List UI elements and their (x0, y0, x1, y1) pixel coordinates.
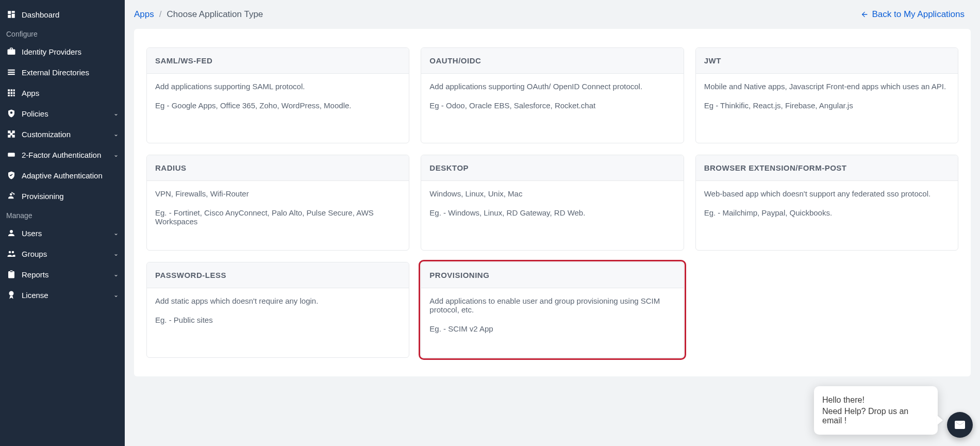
card-jwt[interactable]: JWT Mobile and Native apps, Javascript F… (695, 47, 958, 143)
briefcase-icon (6, 46, 16, 57)
page-header: Apps / Choose Application Type Back to M… (125, 0, 980, 29)
sidebar-item-provisioning[interactable]: Provisioning (0, 186, 125, 206)
card-title: DESKTOP (421, 155, 683, 181)
sidebar-item-dashboard[interactable]: Dashboard (0, 4, 125, 25)
sidebar-item-label: Customization (22, 130, 71, 139)
svg-rect-0 (8, 153, 15, 157)
card-desc: Add static apps which doesn't require an… (155, 296, 401, 305)
dashboard-icon (6, 9, 16, 20)
chat-fab[interactable] (947, 412, 973, 438)
sync-users-icon (6, 191, 16, 201)
chevron-down-icon: ⌄ (113, 130, 119, 138)
sidebar-item-label: External Directories (22, 68, 89, 77)
back-link[interactable]: Back to My Applications (860, 9, 965, 20)
app-type-grid: SAML/WS-FED Add applications supporting … (146, 47, 958, 358)
card-provisioning[interactable]: PROVISIONING Add applications to enable … (421, 262, 684, 358)
sidebar-item-label: Apps (22, 89, 39, 97)
group-icon (6, 249, 16, 259)
sidebar-item-label: License (22, 291, 48, 300)
card-radius[interactable]: RADIUS VPN, Firewalls, Wifi-Router Eg. -… (146, 155, 409, 251)
card-example: Eg. - Fortinet, Cisco AnyConnect, Palo A… (155, 208, 401, 226)
sidebar-item-label: Identity Providers (22, 47, 81, 56)
card-example: Eg - Odoo, Oracle EBS, Salesforce, Rocke… (429, 101, 675, 110)
sidebar-item-license[interactable]: License ⌄ (0, 285, 125, 305)
card-desc: Add applications supporting SAML protoco… (155, 82, 401, 91)
card-title: RADIUS (147, 155, 409, 181)
back-label: Back to My Applications (872, 9, 965, 20)
card-example: Eg - Thinkific, React.js, Firebase, Angu… (704, 101, 950, 110)
sidebar-item-policies[interactable]: Policies ⌄ (0, 103, 125, 124)
sidebar-item-label: Dashboard (22, 10, 59, 19)
puzzle-icon (6, 129, 16, 139)
chevron-down-icon: ⌄ (113, 291, 119, 299)
list-icon (6, 67, 16, 77)
card-title: SAML/WS-FED (147, 48, 409, 74)
card-desc: Add applications to enable user and grou… (429, 296, 675, 314)
card-oauth[interactable]: OAUTH/OIDC Add applications supporting O… (421, 47, 684, 143)
card-desc: Windows, Linux, Unix, Mac (429, 189, 675, 198)
sidebar-item-adaptive-auth[interactable]: Adaptive Authentication (0, 165, 125, 186)
sidebar-item-apps[interactable]: Apps (0, 82, 125, 103)
sidebar-item-label: Policies (22, 109, 48, 118)
card-example: Eg - Google Apps, Office 365, Zoho, Word… (155, 101, 401, 110)
award-icon (6, 290, 16, 300)
chat-tooltip: Hello there! Need Help? Drop us an email… (814, 386, 938, 435)
sidebar-item-label: 2-Factor Authentication (22, 151, 101, 159)
card-desktop[interactable]: DESKTOP Windows, Linux, Unix, Mac Eg. - … (421, 155, 684, 251)
sidebar-item-label: Adaptive Authentication (22, 171, 103, 180)
sidebar-item-groups[interactable]: Groups ⌄ (0, 243, 125, 264)
sidebar-item-users[interactable]: Users ⌄ (0, 223, 125, 243)
card-title: JWT (696, 48, 958, 74)
page-canvas: SAML/WS-FED Add applications supporting … (134, 29, 971, 376)
card-example: Eg. - Windows, Linux, RD Gateway, RD Web… (429, 208, 675, 217)
sidebar-item-label: Provisioning (22, 192, 64, 201)
grid-icon (6, 88, 16, 98)
card-title: PROVISIONING (421, 262, 683, 288)
sidebar: Dashboard Configure Identity Providers E… (0, 0, 125, 446)
card-desc: Mobile and Native apps, Javascript Front… (704, 82, 950, 91)
card-saml[interactable]: SAML/WS-FED Add applications supporting … (146, 47, 409, 143)
chevron-down-icon: ⌄ (113, 110, 119, 117)
user-icon (6, 228, 16, 238)
section-configure-label: Configure (0, 25, 125, 41)
card-title: PASSWORD-LESS (147, 262, 409, 288)
card-passwordless[interactable]: PASSWORD-LESS Add static apps which does… (146, 262, 409, 358)
arrow-left-icon (860, 10, 869, 19)
chevron-down-icon: ⌄ (113, 250, 119, 257)
card-title: OAUTH/OIDC (421, 48, 683, 74)
sidebar-item-2fa[interactable]: 2-Factor Authentication ⌄ (0, 144, 125, 165)
chat-tail (937, 415, 943, 425)
chevron-down-icon: ⌄ (113, 271, 119, 278)
chevron-down-icon: ⌄ (113, 229, 119, 237)
sidebar-item-identity-providers[interactable]: Identity Providers (0, 41, 125, 62)
chevron-down-icon: ⌄ (113, 151, 119, 158)
card-desc: Web-based app which doesn't support any … (704, 189, 950, 198)
shield-check-icon (6, 170, 16, 180)
chat-line2: Need Help? Drop us an email ! (822, 407, 929, 425)
breadcrumb-separator: / (159, 9, 162, 20)
sidebar-item-customization[interactable]: Customization ⌄ (0, 124, 125, 144)
sidebar-item-label: Groups (22, 250, 47, 258)
sidebar-item-label: Users (22, 229, 42, 238)
mail-icon (954, 419, 966, 431)
card-example: Eg. - Mailchimp, Paypal, Quickbooks. (704, 208, 950, 217)
section-manage-label: Manage (0, 206, 125, 223)
breadcrumb-current: Choose Application Type (167, 9, 263, 20)
breadcrumb: Apps / Choose Application Type (134, 9, 263, 20)
otp-icon (6, 150, 16, 160)
breadcrumb-root-link[interactable]: Apps (134, 9, 154, 20)
sidebar-item-reports[interactable]: Reports ⌄ (0, 264, 125, 285)
card-title: BROWSER EXTENSION/FORM-POST (696, 155, 958, 181)
card-desc: VPN, Firewalls, Wifi-Router (155, 189, 401, 198)
card-browser-ext[interactable]: BROWSER EXTENSION/FORM-POST Web-based ap… (695, 155, 958, 251)
shield-icon (6, 108, 16, 119)
sidebar-item-external-directories[interactable]: External Directories (0, 62, 125, 82)
card-example: Eg. - Public sites (155, 316, 401, 324)
card-desc: Add applications supporting OAuth/ OpenI… (429, 82, 675, 91)
clipboard-icon (6, 269, 16, 279)
card-example: Eg. - SCIM v2 App (429, 324, 675, 333)
main-content: Apps / Choose Application Type Back to M… (125, 0, 980, 446)
chat-line1: Hello there! (822, 395, 929, 405)
sidebar-item-label: Reports (22, 270, 49, 279)
